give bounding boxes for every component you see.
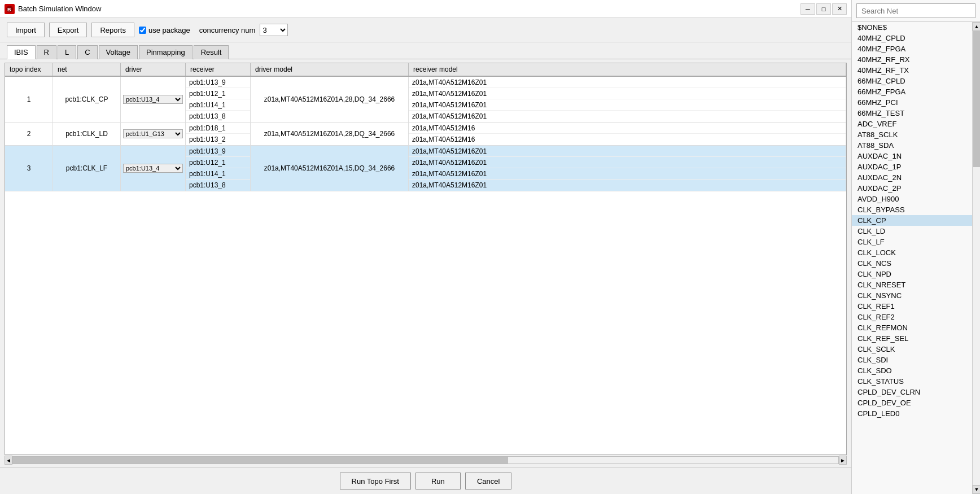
net-list-item[interactable]: CLK_LOCK (852, 247, 972, 258)
net-list-item[interactable]: AUXDAC_2P (852, 183, 972, 194)
net-list-item[interactable]: 66MHZ_TEST (852, 108, 972, 119)
net-list-item[interactable]: CLK_NSYNC (852, 290, 972, 301)
net-list-item[interactable]: 40MHZ_RF_RX (852, 54, 972, 65)
cell-receiver-3: pcb1:U13_9 pcb1:U12_1 pcb1:U14_1 pcb1:U1… (186, 146, 251, 191)
import-button[interactable]: Import (7, 23, 45, 37)
net-list-item[interactable]: CPLD_LED0 (852, 408, 972, 419)
content-area: topo index net driver receiver driver mo… (0, 59, 851, 467)
minimize-button[interactable]: ─ (800, 3, 815, 15)
net-list-item[interactable]: AUXDAC_1N (852, 151, 972, 161)
cell-net-1: pcb1:CLK_CP (53, 77, 121, 122)
net-list-panel: $NONE$40MHZ_CPLD40MHZ_FPGA40MHZ_RF_RX40M… (851, 0, 980, 494)
cell-driver-2[interactable]: pcb1:U1_G13 (121, 123, 186, 145)
cell-net-3: pcb1:CLK_LF (53, 146, 121, 191)
header-receiver: receiver (186, 63, 251, 76)
cancel-button[interactable]: Cancel (465, 473, 511, 489)
export-button[interactable]: Export (49, 23, 88, 37)
run-button[interactable]: Run (415, 473, 461, 489)
run-topo-button[interactable]: Run Topo First (340, 473, 411, 489)
net-list-item[interactable]: CPLD_DEV_CLRN (852, 387, 972, 397)
net-list-item[interactable]: CLK_LF (852, 237, 972, 247)
cell-net-2: pcb1:CLK_LD (53, 123, 121, 145)
scroll-left-button[interactable]: ◄ (5, 456, 12, 465)
net-list-item[interactable]: CLK_REF_SEL (852, 333, 972, 344)
scroll-up-button[interactable]: ▲ (973, 22, 980, 31)
tab-ibis[interactable]: IBIS (7, 45, 36, 59)
tab-pinmapping[interactable]: Pinmapping (139, 45, 193, 59)
net-list-item[interactable]: CLK_BYPASS (852, 204, 972, 215)
scroll-track-vertical[interactable] (973, 31, 980, 485)
cell-driver-model-2: z01a,MT40A512M16Z01A,28,DQ_34_2666 (251, 123, 409, 145)
net-list-item[interactable]: CLK_STATUS (852, 376, 972, 387)
net-list-item[interactable]: AVDD_H900 (852, 194, 972, 204)
cell-receiver-model-2: z01a,MT40A512M16 z01a,MT40A512M16 (409, 123, 846, 145)
reports-button[interactable]: Reports (91, 23, 134, 37)
use-package-checkbox[interactable] (139, 27, 146, 34)
net-list-item[interactable]: 66MHZ_FPGA (852, 86, 972, 97)
horizontal-scrollbar[interactable]: ◄ ► (5, 455, 847, 465)
net-list-item[interactable]: 40MHZ_RF_TX (852, 65, 972, 76)
search-net-input[interactable] (856, 3, 975, 18)
main-window: B Batch Simulation Window ─ □ ✕ Import E… (0, 0, 851, 494)
cell-driver-model-1: z01a,MT40A512M16Z01A,28,DQ_34_2666 (251, 77, 409, 122)
net-list-item[interactable]: CLK_CP (852, 215, 972, 226)
tab-result[interactable]: Result (194, 45, 229, 59)
scroll-track[interactable] (12, 456, 839, 464)
table-row: 1 pcb1:CLK_CP pcb1:U13_4 pcb1:U13_9 pcb1… (5, 77, 846, 123)
net-list-item[interactable]: CPLD_DEV_OE (852, 397, 972, 408)
driver-select-3[interactable]: pcb1:U13_4 (123, 164, 183, 173)
header-driver-model: driver model (251, 63, 409, 76)
net-list-item[interactable]: $NONE$ (852, 22, 972, 33)
toolbar: Import Export Reports use package concur… (0, 18, 851, 42)
net-list-item[interactable]: 66MHZ_CPLD (852, 76, 972, 86)
tab-l[interactable]: L (58, 45, 76, 59)
maximize-button[interactable]: □ (816, 3, 831, 15)
scroll-thumb-vertical[interactable] (973, 31, 980, 167)
net-list-item[interactable]: AUXDAC_2N (852, 172, 972, 183)
net-list-item[interactable]: AUXDAC_1P (852, 161, 972, 172)
scroll-down-button[interactable]: ▼ (973, 485, 980, 494)
use-package-checkbox-label[interactable]: use package (139, 26, 190, 34)
net-list-item[interactable]: 40MHZ_CPLD (852, 33, 972, 43)
footer-buttons: Run Topo First Run Cancel (0, 467, 851, 494)
net-list-item[interactable]: CLK_NCS (852, 258, 972, 269)
net-list-item[interactable]: 40MHZ_FPGA (852, 43, 972, 54)
concurrency-select[interactable]: 3 1 2 4 (260, 24, 288, 36)
cell-receiver-2: pcb1:D18_1 pcb1:U13_2 (186, 123, 251, 145)
driver-select-2[interactable]: pcb1:U1_G13 (123, 129, 183, 138)
net-list-item[interactable]: CLK_SCLK (852, 344, 972, 355)
net-list-item[interactable]: CLK_REF2 (852, 312, 972, 322)
cell-topo-2: 2 (5, 123, 53, 145)
net-list-item[interactable]: CLK_LD (852, 226, 972, 237)
tab-c[interactable]: C (77, 45, 97, 59)
net-list-item[interactable]: CLK_REF1 (852, 301, 972, 312)
cell-topo-3: 3 (5, 146, 53, 191)
net-list-item[interactable]: ADC_VREF (852, 119, 972, 129)
header-driver: driver (121, 63, 186, 76)
net-list-item[interactable]: CLK_NRESET (852, 279, 972, 290)
net-list-item[interactable]: CLK_SDI (852, 355, 972, 365)
window-title: Batch Simulation Window (18, 5, 101, 13)
close-button[interactable]: ✕ (832, 3, 847, 15)
driver-select-1[interactable]: pcb1:U13_4 (123, 95, 183, 104)
cell-topo-1: 1 (5, 77, 53, 122)
tab-r[interactable]: R (37, 45, 56, 59)
net-list-item[interactable]: 66MHZ_PCI (852, 97, 972, 108)
net-list-scrollbar[interactable]: ▲ ▼ (972, 22, 980, 494)
cell-driver-3[interactable]: pcb1:U13_4 (121, 146, 186, 191)
cell-driver-1[interactable]: pcb1:U13_4 (121, 77, 186, 122)
cell-receiver-model-3: z01a,MT40A512M16Z01 z01a,MT40A512M16Z01 … (409, 146, 846, 191)
net-list-item[interactable]: AT88_SCLK (852, 129, 972, 140)
net-list-item[interactable]: AT88_SDA (852, 140, 972, 151)
cell-receiver-1: pcb1:U13_9 pcb1:U12_1 pcb1:U14_1 pcb1:U1… (186, 77, 251, 122)
net-list-item[interactable]: CLK_REFMON (852, 322, 972, 333)
scroll-right-button[interactable]: ► (839, 456, 847, 465)
tab-voltage[interactable]: Voltage (99, 45, 138, 59)
header-topo-index: topo index (5, 63, 53, 76)
title-buttons: ─ □ ✕ (800, 3, 847, 15)
net-list-item[interactable]: CLK_NPD (852, 269, 972, 279)
scroll-thumb[interactable] (13, 457, 508, 464)
net-list-item[interactable]: CLK_SDO (852, 365, 972, 376)
table-body: 1 pcb1:CLK_CP pcb1:U13_4 pcb1:U13_9 pcb1… (5, 77, 846, 454)
net-list-container: $NONE$40MHZ_CPLD40MHZ_FPGA40MHZ_RF_RX40M… (852, 22, 980, 494)
